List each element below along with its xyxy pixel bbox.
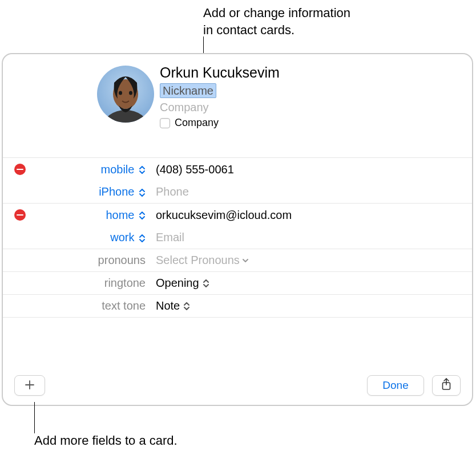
done-label: Done [382,379,408,392]
share-button[interactable] [432,375,461,396]
field-label-static: ringtone [104,277,146,289]
callout-line2: in contact cards. [203,22,350,39]
company-input[interactable]: Company [160,101,280,114]
callout-top: Add or change information in contact car… [203,5,350,38]
field-left: home [3,209,149,222]
field-label-dropdown[interactable]: home [106,209,146,221]
field-row-texttone: text tone Note [3,295,472,318]
updown-icon [139,166,146,174]
field-row-email-work: work Email [3,226,472,249]
company-checkbox-row: Company [160,117,280,129]
remove-button[interactable] [14,209,26,221]
field-left: iPhone [3,185,149,198]
field-row-phone-mobile: mobile (408) 555-0061 [3,158,472,181]
label-area: text tone [29,299,146,312]
header-info: Orkun Kucuksevim Nickname Company Compan… [160,64,280,129]
svg-point-3 [119,91,122,95]
label-area: ringtone [29,277,146,290]
pronouns-select[interactable]: Select Pronouns [156,254,249,267]
avatar[interactable] [97,66,154,123]
footer-left [14,375,45,396]
pronouns-placeholder: Select Pronouns [156,254,240,267]
plus-icon [25,377,35,393]
field-label: home [106,209,134,221]
field-left: text tone [3,299,149,312]
texttone-select[interactable]: Note [156,299,190,312]
remove-button[interactable] [14,164,26,175]
share-icon [441,378,451,393]
field-left: mobile [3,163,149,176]
field-value[interactable]: (408) 555-0061 [149,163,472,176]
label-area: home [35,209,146,222]
field-left: work [3,231,149,244]
footer: Done [3,366,472,405]
label-area: iPhone [29,185,146,198]
nickname-input[interactable]: Nickname [160,83,216,98]
callout-bottom: Add more fields to a card. [34,433,178,448]
texttone-value: Note [156,299,180,312]
callout-line1: Add or change information [203,5,350,22]
field-label-static: text tone [102,299,146,312]
field-label: work [110,231,134,243]
field-row-pronouns: pronouns Select Pronouns [3,249,472,272]
field-value: Opening [149,277,472,290]
field-row-phone-iphone: iPhone Phone [3,181,472,204]
ringtone-value: Opening [156,277,199,290]
field-label-dropdown[interactable]: mobile [101,163,146,176]
field-row-ringtone: ringtone Opening [3,272,472,295]
contact-card: Orkun Kucuksevim Nickname Company Compan… [2,53,473,406]
label-area: pronouns [29,254,146,267]
field-left: pronouns [3,254,149,267]
field-label-static: pronouns [98,254,146,266]
updown-icon [183,302,190,310]
company-checkbox[interactable] [160,118,170,128]
add-field-button[interactable] [14,375,45,396]
field-value: Note [149,299,472,312]
fields: mobile (408) 555-0061 iPhone [3,157,472,318]
done-button[interactable]: Done [367,375,424,396]
field-row-email-home: home orkucuksevim@icloud.com [3,204,472,226]
svg-point-4 [129,91,132,95]
field-placeholder[interactable]: Email [149,231,472,244]
updown-icon [203,279,209,287]
field-value[interactable]: orkucuksevim@icloud.com [149,209,472,222]
contact-name[interactable]: Orkun Kucuksevim [160,64,280,81]
company-checkbox-label: Company [175,117,219,129]
field-left: ringtone [3,277,149,290]
card-header: Orkun Kucuksevim Nickname Company Compan… [3,54,472,133]
label-area: work [29,231,146,244]
updown-icon [139,212,146,220]
updown-icon [139,189,146,197]
field-placeholder[interactable]: Phone [149,185,472,198]
chevron-down-icon [242,258,249,263]
field-label: iPhone [99,185,134,198]
field-value: Select Pronouns [149,254,472,267]
field-label: mobile [101,163,135,176]
field-label-dropdown[interactable]: iPhone [99,185,146,198]
label-area: mobile [35,163,146,176]
callout-leader-line [34,402,35,433]
updown-icon [139,234,146,242]
field-label-dropdown[interactable]: work [110,231,146,243]
ringtone-select[interactable]: Opening [156,277,209,290]
callout-bottom-text: Add more fields to a card. [34,433,178,448]
